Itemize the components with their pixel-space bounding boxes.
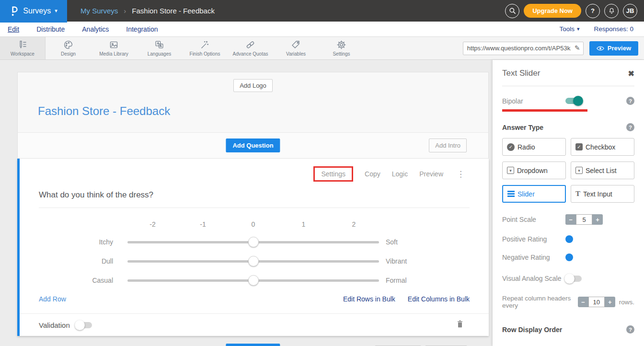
question-logic-link[interactable]: Logic <box>392 170 408 178</box>
slider-handle[interactable] <box>248 237 259 247</box>
image-icon <box>109 40 119 50</box>
slider-bars-icon <box>507 191 515 197</box>
toolbar-item-label: Media Library <box>99 51 128 57</box>
question-copy-link[interactable]: Copy <box>365 170 380 178</box>
add-logo-button[interactable]: Add Logo <box>233 79 273 92</box>
repeat-headers-label: Repeat column headers every <box>502 295 574 309</box>
toolbar-item-media-library[interactable]: Media Library <box>91 37 137 59</box>
edit-url-pencil-icon[interactable]: ✎ <box>575 44 580 52</box>
help-icon[interactable]: ? <box>626 97 634 105</box>
point-scale-value[interactable] <box>576 214 592 225</box>
preview-button[interactable]: Preview <box>589 41 638 56</box>
add-question-button-top[interactable]: Add Question <box>226 138 280 152</box>
tab-integration[interactable]: Integration <box>126 25 158 33</box>
answer-type-label: Slider <box>518 190 535 198</box>
chain-links-icon <box>245 40 255 50</box>
answer-type-checkbox[interactable]: ✓ Checkbox <box>571 138 634 156</box>
close-icon[interactable]: ✖ <box>628 69 634 78</box>
breadcrumb-current-survey: Fashion Store - Feedback <box>132 7 215 15</box>
question-menu: Settings Copy Logic Preview ⋮ <box>39 166 470 182</box>
subnav-right: Tools ▾ Responses: 0 <box>559 25 636 33</box>
slider-row: Dull Vibrant <box>39 256 470 266</box>
tab-edit[interactable]: Edit <box>8 25 19 33</box>
negative-rating-color-swatch[interactable] <box>565 254 573 261</box>
slider-handle[interactable] <box>248 256 259 266</box>
repeat-headers-value[interactable] <box>588 297 605 307</box>
search-button[interactable] <box>505 4 519 18</box>
dropdown-box-icon: ▾ <box>507 167 514 174</box>
checkbox-check-icon: ✓ <box>575 143 583 150</box>
add-intro-button[interactable]: Add Intro <box>429 138 467 152</box>
question-settings-panel: Text Slider ✖ Bipolar ? Answer Type ? ✓ … <box>493 60 644 346</box>
scale-tick: -2 <box>127 220 178 228</box>
delete-question-button[interactable] <box>456 320 464 330</box>
answer-type-dropdown[interactable]: ▾ Dropdown <box>502 161 566 179</box>
slider-track[interactable] <box>127 260 379 263</box>
breadcrumb-my-surveys[interactable]: My Surveys <box>80 7 118 15</box>
survey-title[interactable]: Fashion Store - Feedback <box>18 92 488 132</box>
bipolar-toggle[interactable] <box>565 98 582 104</box>
brand-logo[interactable]: Surveys ▾ <box>0 0 67 22</box>
plus-button[interactable]: + <box>605 299 615 306</box>
help-icon[interactable]: ? <box>626 325 634 334</box>
answer-type-radio[interactable]: ✓ Radio <box>502 138 566 156</box>
slider-track[interactable] <box>127 241 379 243</box>
account-avatar[interactable]: JB <box>623 4 637 18</box>
product-switcher-label: Surveys <box>23 7 51 15</box>
share-url-input[interactable] <box>463 42 584 55</box>
tab-distribute[interactable]: Distribute <box>36 25 65 33</box>
help-icon[interactable]: ? <box>626 123 634 131</box>
kebab-menu-icon[interactable]: ⋮ <box>457 169 465 179</box>
upgrade-now-button[interactable]: Upgrade Now <box>524 4 581 18</box>
help-button[interactable]: ? <box>586 4 600 18</box>
bell-icon <box>608 7 615 14</box>
add-question-button-bottom[interactable]: Add Question <box>226 344 280 346</box>
answer-type-header-row: Answer Type ? <box>502 123 634 131</box>
select-list-box-icon: ▾ <box>575 167 583 174</box>
toolbar-item-finish-options[interactable]: Finish Options <box>182 37 228 59</box>
answer-type-label: Dropdown <box>517 167 548 174</box>
toolbar-item-advance-quotas[interactable]: Advance Quotas <box>228 37 273 59</box>
question-divider <box>39 208 470 208</box>
toolbar-item-design[interactable]: Design <box>46 37 91 59</box>
toolbar-item-label: Design <box>61 51 76 57</box>
top-navbar: Surveys ▾ My Surveys › Fashion Store - F… <box>0 0 644 22</box>
edit-columns-bulk-link[interactable]: Edit Columns in Bulk <box>408 295 470 303</box>
notifications-button[interactable] <box>604 4 619 18</box>
plus-button[interactable]: + <box>592 216 603 223</box>
toolbar-item-workspace[interactable]: Workspace <box>0 37 46 59</box>
toolbar-item-variables[interactable]: Variables <box>273 37 319 59</box>
panel-title: Text Slider <box>502 69 540 78</box>
answer-type-grid: ✓ Radio ✓ Checkbox ▾ Dropdown ▾ Select L… <box>502 138 634 203</box>
responses-count[interactable]: Responses: 0 <box>594 25 633 33</box>
slider-handle[interactable] <box>248 275 259 286</box>
minus-button[interactable]: − <box>578 299 588 306</box>
slider-left-label: Dull <box>39 257 127 265</box>
minus-button[interactable]: − <box>565 216 576 223</box>
main-content: Add Logo Fashion Store - Feedback Add Qu… <box>0 60 644 346</box>
add-row-link[interactable]: Add Row <box>39 295 66 303</box>
answer-type-slider[interactable]: Slider <box>502 185 566 203</box>
visual-analog-toggle[interactable] <box>565 276 582 282</box>
answer-type-select-list[interactable]: ▾ Select List <box>571 161 634 179</box>
positive-rating-row: Positive Rating <box>502 235 634 243</box>
toolbar-item-settings[interactable]: Settings <box>319 37 364 59</box>
chevron-down-icon: ▾ <box>577 26 580 32</box>
tab-analytics[interactable]: Analytics <box>82 25 109 33</box>
slider-track[interactable] <box>127 279 379 282</box>
scale-tick: 0 <box>228 220 278 228</box>
question-settings-link[interactable]: Settings <box>313 166 353 182</box>
question-title[interactable]: What do you think of the dress? <box>39 190 470 200</box>
answer-type-text-input[interactable]: T Text Input <box>571 185 634 203</box>
toolbar-item-label: Languages <box>148 51 172 57</box>
toolbar-item-label: Settings <box>333 51 350 57</box>
toolbar-item-languages[interactable]: Languages <box>137 37 182 59</box>
tag-icon <box>291 40 301 50</box>
edit-rows-bulk-link[interactable]: Edit Rows in Bulk <box>343 295 395 303</box>
question-preview-link[interactable]: Preview <box>419 170 443 178</box>
validation-toggle[interactable] <box>76 322 92 328</box>
tools-dropdown[interactable]: Tools ▾ <box>559 25 579 33</box>
question-links-row: Add Row Edit Rows in Bulk Edit Columns i… <box>39 295 470 313</box>
trash-icon <box>456 320 464 328</box>
positive-rating-color-swatch[interactable] <box>565 235 573 243</box>
